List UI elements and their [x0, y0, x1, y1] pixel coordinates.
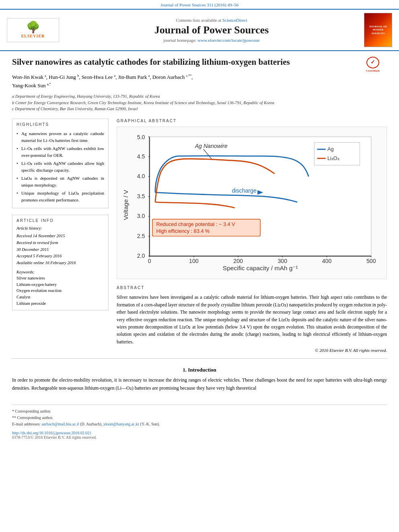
introduction-section: 1. Introduction In order to promote the … [12, 367, 387, 392]
intro-text: In order to promote the electro-mobility… [12, 376, 387, 392]
footer-notes: * Corresponding author. ** Corresponding… [12, 408, 387, 427]
citation-text: Journal of Power Sources 311 (2016) 49–5… [160, 2, 239, 7]
highlights-section: HIGHLIGHTS Ag nanowires proven as a cata… [12, 119, 109, 208]
svg-text:3.5: 3.5 [137, 193, 145, 199]
highlights-label: HIGHLIGHTS [16, 122, 104, 128]
keyword-item: Lithium peroxide [16, 300, 104, 307]
revised-date: 30 December 2015 [16, 246, 104, 253]
sciencedirect-line: Contents lists available at ScienceDirec… [65, 18, 358, 23]
journal-cover-image: JOURNAL OFPOWERSOURCES [364, 13, 392, 47]
svg-text:Specific capacity / mAh g⁻¹: Specific capacity / mAh g⁻¹ [223, 265, 298, 271]
affiliation-b: b Center for Energy Convergence Research… [12, 100, 387, 106]
email1-link[interactable]: aurbach@mail.biu.ac.il [41, 422, 79, 426]
article-title-area: Silver nanowires as catalytic cathodes f… [12, 57, 387, 68]
svg-text:3.0: 3.0 [137, 213, 145, 219]
footer-area: * Corresponding author. ** Corresponding… [12, 405, 387, 440]
elsevier-tree-icon: 🌳 [26, 22, 40, 33]
list-item: Li₂O₂ is deposited on AgNW cathodes in u… [16, 175, 104, 188]
affiliations: a Department of Energy Engineering, Hany… [12, 93, 387, 112]
journal-header-center: Contents lists available at ScienceDirec… [65, 18, 358, 43]
svg-text:300: 300 [278, 258, 288, 264]
section-divider [12, 358, 387, 359]
svg-rect-38 [314, 142, 360, 165]
article-info-label: ARTICLE INFO [16, 218, 104, 223]
highlights-list: Ag nanowires proven as a catalytic catho… [16, 130, 104, 203]
article-title: Silver nanowires as catalytic cathodes f… [12, 57, 290, 67]
list-item: Ag nanowires proven as a catalytic catho… [16, 130, 104, 144]
keywords-section: Keywords: Silver nanowires Lithium-oxyge… [16, 270, 104, 307]
keyword-item: Catalyst [16, 294, 104, 300]
history-title: Article history: [16, 225, 104, 232]
elsevier-logo-area: 🌳 ELSEVIER [5, 18, 61, 42]
available-online: Available online 16 February 2016 [16, 260, 104, 267]
abstract-section: ABSTRACT Silver nanowires have been inve… [117, 286, 387, 353]
chart-box: Voltage / V Specific capacity / mAh g⁻¹ … [117, 127, 387, 279]
journal-cover-area: JOURNAL OFPOWERSOURCES [362, 13, 394, 47]
authors-line: Won-Jin Kwak a, Hun-Gi Jung b, Seon-Hwa … [12, 73, 387, 90]
abstract-text: Silver nanowires have been investigated … [117, 294, 387, 345]
svg-text:100: 100 [189, 258, 199, 264]
svg-text:2.5: 2.5 [137, 233, 145, 239]
keyword-item: Oxygen evolution reaction [16, 288, 104, 294]
sciencedirect-link[interactable]: ScienceDirect [222, 18, 247, 23]
footer-issn: 0378-7753/© 2016 Elsevier B.V. All right… [12, 435, 387, 440]
elsevier-label: ELSEVIER [21, 34, 45, 38]
svg-text:Voltage / V: Voltage / V [122, 190, 129, 220]
keyword-item: Silver nanowires [16, 275, 104, 281]
svg-text:4.5: 4.5 [137, 153, 145, 160]
affiliation-c: c Department of Chemistry, Bar Ilan Univ… [12, 106, 387, 112]
chart-svg: Voltage / V Specific capacity / mAh g⁻¹ … [121, 131, 383, 273]
graphical-abstract-label: GRAPHICAL ABSTRACT [117, 119, 387, 124]
svg-text:200: 200 [233, 258, 243, 264]
svg-text:Reduced charge potential : ~ 3: Reduced charge potential : ~ 3.4 V [156, 221, 236, 227]
list-item: Li–O₂ cells with AgNW cathodes allow hig… [16, 160, 104, 173]
email2-link[interactable]: yksun@hanyang.ac.kr [103, 422, 139, 426]
svg-text:discharge: discharge [232, 187, 257, 194]
crossmark-badge: ✓ CrossMark [359, 57, 387, 73]
journal-header: 🌳 ELSEVIER Contents lists available at S… [0, 10, 399, 51]
accepted-date: Accepted 5 February 2016 [16, 253, 104, 260]
footer-doi-line: http://dx.doi.org/10.1016/j.jpowsour.201… [12, 431, 387, 435]
list-item: Unique morphology of Li₂O₂ precipitation… [16, 190, 104, 203]
svg-text:5.0: 5.0 [137, 134, 145, 140]
left-column: HIGHLIGHTS Ag nanowires proven as a cata… [12, 119, 109, 353]
two-column-layout: HIGHLIGHTS Ag nanowires proven as a cata… [12, 119, 387, 353]
doi-link[interactable]: http://dx.doi.org/10.1016/j.jpowsour.201… [12, 431, 91, 435]
elsevier-logo-box: 🌳 ELSEVIER [7, 18, 59, 42]
corresponding-1: * Corresponding author. [12, 408, 387, 415]
svg-text:Li₂O₂: Li₂O₂ [327, 155, 339, 161]
abstract-label: ABSTRACT [117, 286, 387, 291]
svg-text:400: 400 [322, 258, 332, 264]
crossmark-label: CrossMark [366, 69, 380, 73]
svg-text:0: 0 [148, 258, 151, 264]
article-history: Article history: Received 14 November 20… [16, 225, 104, 267]
graphical-abstract-section: GRAPHICAL ABSTRACT Voltage / V Specific … [117, 119, 387, 279]
svg-text:High efficiency : 83.4 %: High efficiency : 83.4 % [156, 228, 210, 234]
journal-title: Journal of Power Sources [65, 24, 358, 36]
affiliation-a: a Department of Energy Engineering, Hany… [12, 93, 387, 100]
svg-text:2.0: 2.0 [137, 253, 145, 259]
abstract-copyright: © 2016 Elsevier B.V. All rights reserved… [117, 348, 387, 353]
citation-bar: Journal of Power Sources 311 (2016) 49–5… [0, 0, 399, 10]
svg-text:Ag: Ag [327, 146, 334, 152]
corresponding-2: ** Corresponding author. [12, 415, 387, 421]
article-info-section: ARTICLE INFO Article history: Received 1… [12, 215, 109, 310]
keyword-item: Lithium-oxygen battery [16, 281, 104, 288]
svg-text:4.0: 4.0 [137, 173, 145, 179]
article-content: Silver nanowires as catalytic cathodes f… [0, 51, 399, 448]
crossmark-icon: ✓ [366, 57, 379, 68]
homepage-link[interactable]: www.elsevier.com/locate/jpowsour [197, 38, 259, 43]
svg-text:500: 500 [366, 258, 376, 264]
homepage-line: journal homepage: www.elsevier.com/locat… [65, 38, 358, 43]
keywords-title: Keywords: [16, 270, 104, 274]
received-date: Received 14 November 2015 [16, 233, 104, 240]
svg-text:Ag Nanowire: Ag Nanowire [195, 143, 228, 150]
cover-title: JOURNAL OFPOWERSOURCES [369, 25, 387, 35]
received-revised-label: Received in revised form [16, 240, 104, 246]
right-column: GRAPHICAL ABSTRACT Voltage / V Specific … [117, 119, 387, 353]
intro-title: 1. Introduction [12, 367, 387, 373]
list-item: Li–O₂ cells with AgNW cathodes exhibit l… [16, 145, 104, 158]
email-line: E-mail addresses: aurbach@mail.biu.ac.il… [12, 421, 387, 427]
